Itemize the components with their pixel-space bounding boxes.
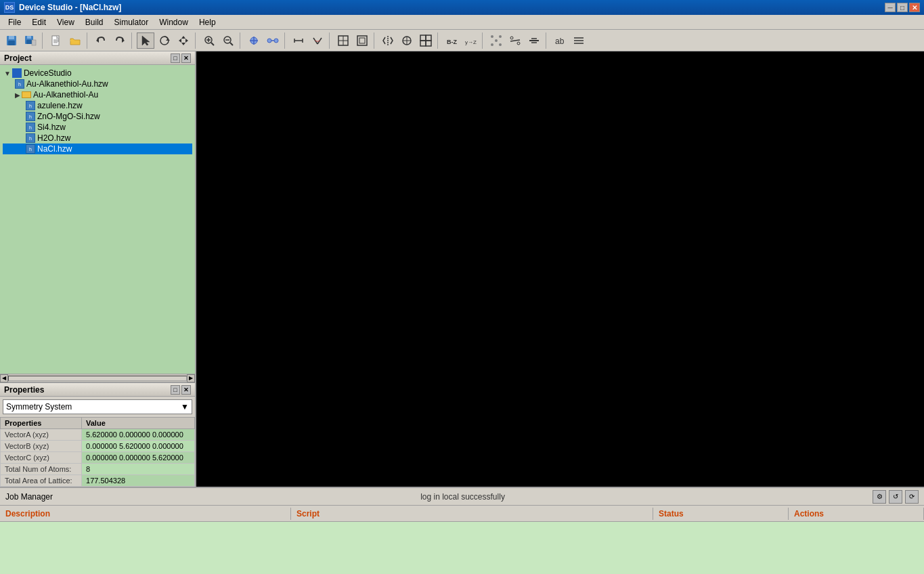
svg-point-60: [510, 37, 513, 39]
tree-item-si4[interactable]: h Si4.hzw: [3, 122, 192, 133]
svg-rect-42: [357, 36, 367, 45]
svg-point-61: [517, 42, 520, 45]
col-description: Description: [0, 508, 291, 520]
svg-text:B-Z: B-Z: [447, 39, 457, 45]
svg-rect-49: [426, 35, 431, 41]
titlebar: DS Device Studio - [NaCl.hzw] ─ □ ✕: [0, 0, 924, 15]
svg-rect-12: [70, 40, 74, 41]
toolbar-bonds[interactable]: [525, 32, 543, 49]
properties-close-btn[interactable]: ✕: [181, 385, 191, 395]
svg-rect-4: [27, 36, 31, 39]
viewport[interactable]: B C: [196, 51, 924, 487]
menu-simulator[interactable]: Simulator: [109, 16, 154, 28]
toolbar-redo[interactable]: [111, 32, 129, 49]
job-table-body: [0, 522, 924, 574]
toolbar-sep-9: [437, 32, 440, 49]
project-maximize-btn[interactable]: □: [171, 53, 180, 63]
tree-item-h2o[interactable]: h H2O.hzw: [3, 133, 192, 144]
svg-marker-11: [70, 39, 80, 45]
tree-item-au-folder[interactable]: ▶ Au-Alkanethiol-Au: [3, 89, 192, 100]
svg-text:y→Z: y→Z: [465, 39, 477, 45]
scroll-left-arrow[interactable]: ◀: [0, 374, 8, 382]
svg-marker-17: [181, 36, 185, 39]
job-table-header: Description Script Status Actions: [0, 506, 924, 522]
toolbar-sep-4: [195, 32, 198, 49]
properties-maximize-btn[interactable]: □: [171, 385, 180, 395]
project-close-btn[interactable]: ✕: [181, 53, 191, 63]
root-icon: [12, 68, 22, 78]
toolbar-more[interactable]: [570, 32, 588, 49]
props-totalarea-value: 177.504328: [82, 475, 195, 487]
toolbar-zoom-fit[interactable]: [219, 32, 237, 49]
toolbar-sep-5: [240, 32, 242, 49]
svg-rect-5: [26, 40, 32, 44]
toolbar-select[interactable]: [137, 32, 154, 49]
properties-table: Properties Value VectorA (xyz) 5.620000 …: [0, 417, 195, 487]
menu-window[interactable]: Window: [154, 16, 194, 28]
props-vectorc-label: VectorC (xyz): [1, 452, 82, 464]
menu-build[interactable]: Build: [80, 16, 109, 28]
svg-line-22: [211, 43, 214, 45]
svg-rect-2: [8, 41, 15, 45]
menu-view[interactable]: View: [51, 16, 80, 28]
toolbar-kpath[interactable]: B-Z: [443, 32, 460, 49]
job-settings-btn[interactable]: ⚙: [873, 490, 886, 504]
scroll-track[interactable]: [8, 376, 187, 381]
minimize-button[interactable]: ─: [885, 3, 896, 12]
tree-item-root[interactable]: ▼ DeviceStudio: [3, 68, 192, 79]
toolbar-mirror[interactable]: [379, 32, 397, 49]
menu-file[interactable]: File: [3, 16, 26, 28]
tree-item-nacl[interactable]: h NaCl.hzw: [3, 144, 192, 154]
toolbar-undo[interactable]: [92, 32, 110, 49]
tree-item-nacl-label: NaCl.hzw: [37, 144, 72, 154]
job-manager-header: Job Manager log in local successfully ⚙ …: [0, 488, 924, 506]
scroll-right-arrow[interactable]: ▶: [187, 374, 195, 382]
toolbar-replicate[interactable]: [417, 32, 435, 49]
toolbar-fractional[interactable]: [506, 32, 524, 49]
toolbar-build-2[interactable]: [353, 32, 371, 49]
toolbar-build-1[interactable]: [334, 32, 352, 49]
toolbar-text-label[interactable]: ab: [551, 32, 569, 49]
toolbar-effectivemass[interactable]: y→Z: [462, 32, 479, 49]
toolbar-new[interactable]: [47, 32, 65, 49]
menu-help[interactable]: Help: [194, 16, 221, 28]
properties-table-container: Properties Value VectorA (xyz) 5.620000 …: [0, 417, 195, 487]
props-vectorb-value: 0.000000 5.620000 0.000000: [82, 441, 195, 452]
toolbar-symmetry[interactable]: [398, 32, 416, 49]
tree-item-azulene[interactable]: h azulene.hzw: [3, 100, 192, 111]
toolbar-move[interactable]: [175, 32, 192, 49]
toolbar-rotate[interactable]: [156, 32, 173, 49]
job-stop-btn[interactable]: ⟳: [905, 490, 919, 504]
tree-item-au-folder-label: Au-Alkanethiol-Au: [33, 90, 98, 100]
toolbar-saveas[interactable]: [22, 32, 39, 49]
toolbar-measure-angle[interactable]: [309, 32, 326, 49]
tree-item-zno[interactable]: h ZnO-MgO-Si.hzw: [3, 111, 192, 122]
toolbar-open[interactable]: [66, 32, 84, 49]
window-title: Device Studio - [NaCl.hzw]: [19, 3, 121, 12]
restore-button[interactable]: □: [897, 3, 908, 12]
toolbar-sep-2: [87, 32, 89, 49]
job-refresh-btn[interactable]: ↺: [889, 490, 902, 504]
menu-edit[interactable]: Edit: [26, 16, 51, 28]
toolbar-sep-6: [284, 32, 287, 49]
toolbar-supercell[interactable]: [487, 32, 505, 49]
file-icon-1: h: [15, 79, 24, 89]
left-scrollbar[interactable]: ◀ ▶: [0, 374, 195, 382]
toolbar-add-bond[interactable]: [264, 32, 282, 49]
toolbar-add-atom[interactable]: [245, 32, 263, 49]
main-layout: Project □ ✕ ▼ DeviceStudio: [0, 51, 924, 574]
tree-item-au-file[interactable]: h Au-Alkanethiol-Au.hzw: [3, 79, 192, 89]
tree-item-h2o-label: H2O.hzw: [37, 133, 70, 143]
project-header-controls: □ ✕: [171, 53, 191, 63]
tree-item-root-label: DeviceStudio: [24, 68, 72, 78]
left-panel: Project □ ✕ ▼ DeviceStudio: [0, 51, 196, 487]
svg-rect-50: [420, 41, 426, 46]
toolbar-sep-3: [131, 32, 134, 49]
toolbar-save[interactable]: [3, 32, 20, 49]
symmetry-dropdown[interactable]: Symmetry System ▼: [3, 399, 192, 414]
close-button[interactable]: ✕: [909, 3, 920, 12]
job-manager-status: log in local successfully: [420, 492, 505, 502]
toolbar-zoom-in[interactable]: [200, 32, 218, 49]
bottom-panel: Job Manager log in local successfully ⚙ …: [0, 487, 924, 574]
toolbar-measure-distance[interactable]: [290, 32, 307, 49]
